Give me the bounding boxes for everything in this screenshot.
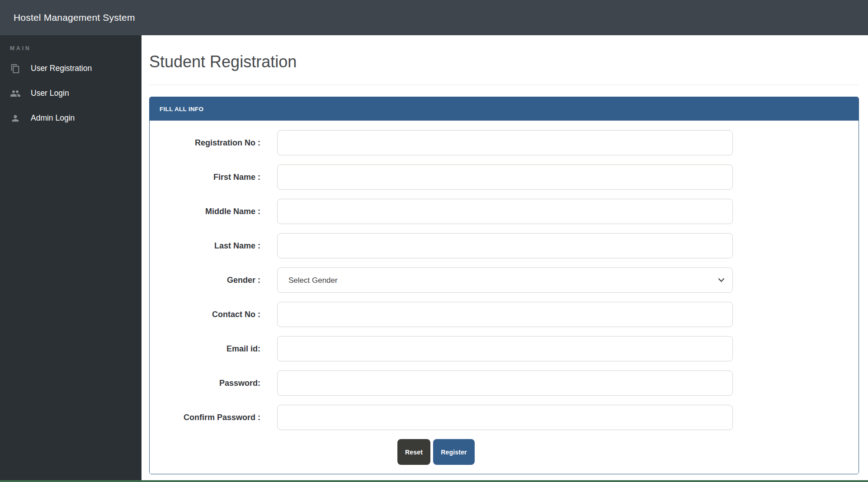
copy-pages-icon bbox=[10, 63, 21, 74]
form-row-middle-name: Middle Name : bbox=[156, 199, 852, 224]
email-label: Email id: bbox=[156, 344, 260, 354]
sidebar-item-label: Admin Login bbox=[31, 113, 75, 123]
confirm-password-input[interactable] bbox=[277, 405, 733, 430]
title-divider bbox=[149, 84, 859, 85]
users-group-icon bbox=[10, 88, 21, 99]
sidebar: MAIN User Registration User Login Admin … bbox=[0, 35, 142, 480]
confirm-password-label: Confirm Password : bbox=[156, 413, 260, 422]
email-input[interactable] bbox=[277, 336, 733, 361]
first-name-label: First Name : bbox=[156, 173, 260, 182]
middle-name-label: Middle Name : bbox=[156, 207, 260, 216]
sidebar-item-label: User Login bbox=[31, 89, 69, 98]
person-icon bbox=[10, 113, 21, 124]
footer-strip bbox=[0, 480, 868, 482]
gender-label: Gender : bbox=[156, 276, 260, 285]
registration-panel: FILL ALL INFO Registration No : First Na… bbox=[149, 97, 859, 474]
gender-select-wrap: Select Gender bbox=[277, 267, 733, 293]
form-row-email: Email id: bbox=[156, 336, 852, 361]
form-row-confirm-password: Confirm Password : bbox=[156, 405, 852, 430]
first-name-input[interactable] bbox=[277, 164, 733, 190]
form-button-row: Reset Register bbox=[397, 439, 852, 465]
page-title: Student Registration bbox=[149, 52, 859, 71]
sidebar-item-label: User Registration bbox=[31, 64, 92, 73]
main-content: Student Registration FILL ALL INFO Regis… bbox=[142, 35, 868, 480]
reset-button[interactable]: Reset bbox=[397, 439, 430, 465]
password-label: Password: bbox=[156, 379, 260, 388]
registration-no-label: Registration No : bbox=[156, 138, 260, 148]
panel-body: Registration No : First Name : Middle Na… bbox=[150, 121, 859, 474]
gender-select[interactable]: Select Gender bbox=[277, 267, 733, 293]
panel-header: FILL ALL INFO bbox=[150, 97, 859, 121]
last-name-input[interactable] bbox=[277, 233, 733, 258]
form-row-last-name: Last Name : bbox=[156, 233, 852, 258]
contact-no-label: Contact No : bbox=[156, 310, 260, 319]
form-row-registration-no: Registration No : bbox=[156, 130, 852, 155]
panel-header-title: FILL ALL INFO bbox=[160, 106, 203, 112]
app-title: Hostel Management System bbox=[14, 12, 135, 23]
sidebar-item-user-registration[interactable]: User Registration bbox=[0, 56, 142, 81]
middle-name-input[interactable] bbox=[277, 199, 733, 224]
registration-no-input[interactable] bbox=[277, 130, 733, 155]
form-row-first-name: First Name : bbox=[156, 164, 852, 190]
form-row-password: Password: bbox=[156, 370, 852, 396]
form-row-gender: Gender : Select Gender bbox=[156, 267, 852, 293]
sidebar-item-admin-login[interactable]: Admin Login bbox=[0, 106, 142, 131]
register-button[interactable]: Register bbox=[433, 439, 475, 465]
layout: MAIN User Registration User Login Admin … bbox=[0, 35, 868, 480]
form-row-contact-no: Contact No : bbox=[156, 302, 852, 327]
password-input[interactable] bbox=[277, 370, 733, 396]
sidebar-item-user-login[interactable]: User Login bbox=[0, 81, 142, 106]
contact-no-input[interactable] bbox=[277, 302, 733, 327]
last-name-label: Last Name : bbox=[156, 241, 260, 251]
sidebar-section-label: MAIN bbox=[0, 45, 142, 56]
top-navbar: Hostel Management System bbox=[0, 0, 868, 35]
